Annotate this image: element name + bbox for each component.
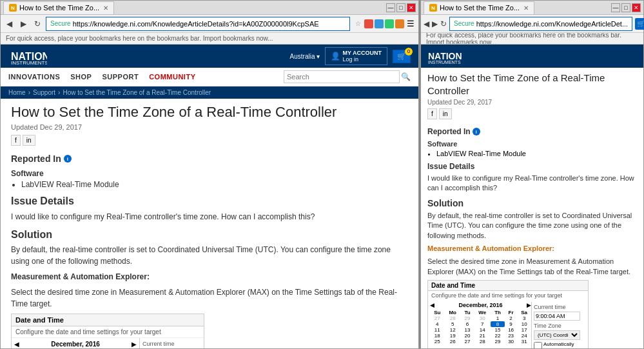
right-daylight-label: Automatically adjust clock for Daylight … (543, 341, 584, 348)
left-article-title: How to Set the Time Zone of a Real-Time … (11, 104, 408, 121)
right-reported-in-heading: Reported In i (427, 127, 637, 136)
right-cal-next[interactable]: ▶ (527, 302, 531, 308)
right-window-controls: — □ ✕ (611, 3, 641, 12)
breadcrumb-support[interactable]: Support (33, 89, 55, 96)
left-tab-title: How to Set the Time Zo... (19, 4, 99, 12)
right-cal-grid: Su Mo Tu We Th Fr Sa 27282930 (430, 310, 531, 344)
right-forward-btn[interactable]: ▶ (432, 18, 438, 30)
right-title-bar: N How to Set the Time Zo... ✕ — □ ✕ (421, 1, 643, 15)
info-icon[interactable]: i (64, 155, 72, 163)
right-share-facebook[interactable]: f (427, 108, 437, 119)
bookmark-icon[interactable]: ☆ (353, 19, 363, 29)
breadcrumb-home[interactable]: Home (8, 89, 26, 96)
right-tab-favicon: N (429, 4, 437, 12)
account-icon: 👤 (331, 52, 340, 61)
right-calendar-subtitle: Configure the date and time settings for… (428, 291, 588, 300)
left-calendar-subtitle: Configure the date and time settings for… (12, 326, 204, 338)
right-cal-tz-label: Time Zone (534, 323, 584, 329)
right-maximize-btn[interactable]: □ (621, 3, 630, 12)
right-cal-left: ◀ December, 2016 ▶ Su Mo Tu We (430, 302, 531, 348)
reload-btn[interactable]: ↻ (32, 18, 43, 30)
left-ma-text: Select the desired time zone in Measurem… (11, 286, 408, 310)
breadcrumb-current: How to Set the Time Zone of a Real-Time … (63, 89, 211, 96)
right-ni-logo: NATIONAL INSTRUMENTS (426, 48, 462, 65)
right-solution-text: By default, the real-time controller is … (427, 211, 637, 241)
country-selector[interactable]: Australia ▾ (290, 53, 320, 60)
right-cal-nav: ◀ December, 2016 ▶ (430, 302, 531, 308)
left-software-heading: Software (11, 169, 408, 178)
bookmarks-text: For quick access, place your bookmarks h… (6, 35, 273, 42)
right-cart-icon[interactable]: 🛒 (635, 18, 644, 30)
left-close-btn[interactable]: ✕ (407, 3, 416, 12)
left-toolbar-icons: ☆ ☰ (353, 19, 416, 29)
menu-icon[interactable]: ☰ (405, 19, 416, 29)
left-calendar-header: Date and Time (12, 314, 204, 326)
right-bookmarks-text: For quick access, place your bookmarks h… (426, 33, 638, 45)
ni-logo[interactable]: NATIONAL INSTRUMENTS (8, 47, 47, 65)
right-address-text: https://knowledge.ni.com/KnowledgeArticl… (476, 20, 628, 28)
right-tab-close[interactable]: ✕ (523, 5, 529, 12)
left-window-controls: — □ ✕ (386, 3, 416, 12)
left-calendar-right: Current time Time Zone (UTC) Coordinated… (139, 338, 204, 348)
back-btn[interactable]: ◀ (3, 18, 15, 30)
right-cal-tz-select[interactable]: (UTC) Coordinated Universal Time (534, 330, 580, 340)
right-issue-heading: Issue Details (427, 162, 637, 171)
ext-icon-3[interactable] (385, 19, 394, 28)
right-cal-month: December, 2016 (458, 302, 502, 308)
right-address-input[interactable]: Secure https://knowledge.ni.com/Knowledg… (449, 17, 632, 31)
left-calendar-left: ◀ December, 2016 ▶ Su Mo Tu We (12, 338, 139, 348)
my-account-btn[interactable]: 👤 MY ACCOUNT Log in (325, 47, 388, 65)
share-facebook[interactable]: f (11, 135, 21, 146)
right-article-updated: Updated Dec 29, 2017 (427, 99, 637, 106)
cart-badge: 0 (405, 48, 413, 55)
cal-next-btn[interactable]: ▶ (132, 341, 137, 348)
right-minimize-btn[interactable]: — (611, 3, 620, 12)
nav-innovations[interactable]: INNOVATIONS (8, 70, 60, 83)
nav-community[interactable]: COMMUNITY (149, 70, 195, 83)
right-article-title: How to Set the Time Zone of a Real-Time … (427, 72, 637, 97)
right-daylight-checkbox[interactable] (534, 342, 542, 348)
ext-icon-2[interactable] (375, 19, 384, 28)
search-btn[interactable]: 🔍 (401, 72, 411, 81)
login-label: Log in (343, 56, 382, 63)
right-software-item: LabVIEW Real-Time Module (436, 150, 637, 157)
cart-btn[interactable]: 🛒 0 (393, 50, 411, 63)
right-ma-section: Measurement & Automation Explorer: (427, 244, 637, 254)
my-account-label: MY ACCOUNT (343, 50, 382, 56)
left-tab-close[interactable]: ✕ (103, 5, 108, 12)
left-issue-heading: Issue Details (11, 195, 408, 207)
right-ma-text: Select the desired time zone in Measurem… (427, 257, 637, 277)
right-cal-time-label: Current time (534, 304, 584, 310)
nav-support[interactable]: SUPPORT (102, 70, 139, 83)
right-ni-header: NATIONAL INSTRUMENTS (421, 45, 643, 68)
left-ni-top-bar: NATIONAL INSTRUMENTS Australia ▾ 👤 MY AC… (1, 45, 418, 68)
svg-text:INSTRUMENTS: INSTRUMENTS (11, 60, 47, 65)
right-cal-time-input[interactable] (534, 312, 580, 321)
right-article-body: How to Set the Time Zone of a Real-Time … (421, 68, 643, 348)
nav-shop[interactable]: SHOP (70, 70, 92, 83)
right-calendar-preview: Date and Time Configure the date and tim… (427, 280, 589, 348)
right-cal-prev[interactable]: ◀ (430, 302, 434, 308)
right-close-btn[interactable]: ✕ (632, 3, 641, 12)
cal-prev-btn[interactable]: ◀ (14, 341, 19, 348)
left-reported-in-heading: Reported In i (11, 154, 408, 164)
ext-icon-4[interactable] (395, 19, 404, 28)
right-software-heading: Software (427, 140, 637, 148)
search-input[interactable] (284, 70, 400, 83)
right-secure-badge: Secure (454, 20, 474, 27)
left-maximize-btn[interactable]: □ (396, 3, 405, 12)
ext-icon-1[interactable] (364, 19, 373, 28)
share-linkedin[interactable]: in (23, 135, 35, 146)
address-input[interactable]: Secure https://knowledge.ni.com/Knowledg… (46, 17, 350, 31)
right-info-icon[interactable]: i (473, 128, 480, 135)
right-back-btn[interactable]: ◀ (424, 18, 429, 30)
right-reload-btn[interactable]: ↻ (440, 18, 447, 30)
left-tab[interactable]: N How to Set the Time Zo... ✕ (3, 1, 114, 14)
forward-btn[interactable]: ▶ (17, 18, 29, 30)
ni-top-right: Australia ▾ 👤 MY ACCOUNT Log in 🛒 0 (290, 47, 411, 65)
right-tab[interactable]: N How to Set the Time Zo... ✕ (424, 1, 534, 14)
left-breadcrumb: Home › Support › How to Set the Time Zon… (1, 86, 418, 99)
right-solution-heading: Solution (427, 198, 637, 208)
left-minimize-btn[interactable]: — (386, 3, 395, 12)
right-share-linkedin[interactable]: in (439, 108, 452, 119)
